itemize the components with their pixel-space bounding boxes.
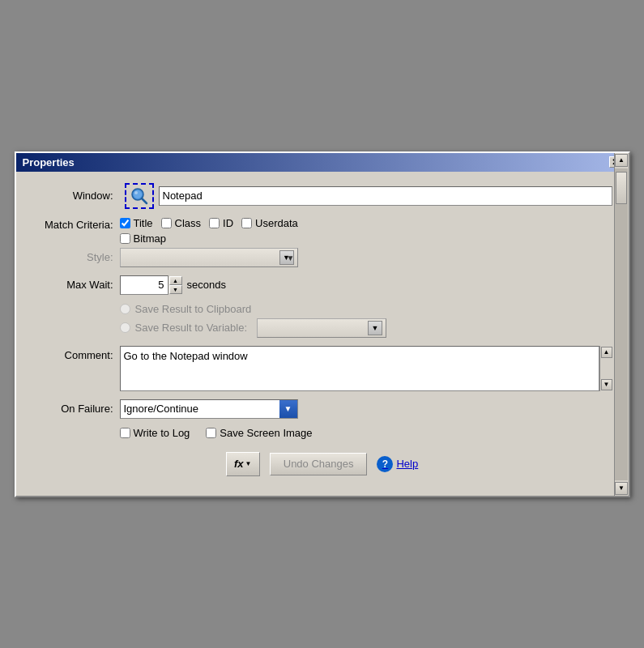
dialog-title: Properties (23, 156, 75, 168)
bitmap-checkbox[interactable] (120, 233, 130, 244)
on-failure-value: Ignore/Continue (121, 401, 279, 416)
max-wait-label: Max Wait: (32, 279, 113, 291)
variable-radio-row: Save Result to Variable: ▼ (120, 318, 612, 338)
match-criteria-row: Match Criteria: Title Class ID (32, 217, 612, 245)
comment-row: Comment: Go to the Notepad window ▲ ▼ (32, 346, 612, 391)
write-log-checkbox[interactable] (120, 428, 130, 438)
checkboxes-row: Write to Log Save Screen Image (32, 427, 612, 439)
clipboard-radio-row: Save Result to Clipboard (120, 303, 612, 315)
criteria-group: Title Class ID Userdata (120, 217, 298, 245)
on-failure-arrow[interactable]: ▼ (279, 400, 297, 418)
help-icon: ? (377, 456, 393, 472)
variable-dropdown-arrow[interactable]: ▼ (368, 321, 382, 335)
on-failure-dropdown[interactable]: Ignore/Continue ▼ (120, 399, 298, 419)
write-log-label: Write to Log (134, 427, 190, 439)
spinner: ▲ ▼ (169, 276, 182, 294)
save-screen-item: Save Screen Image (206, 427, 312, 439)
help-label: Help (396, 458, 418, 470)
window-label: Window: (32, 190, 113, 202)
title-checkbox[interactable] (120, 218, 130, 228)
variable-label: Save Result to Variable: (135, 322, 248, 334)
style-select-wrapper: ▼ (120, 248, 298, 267)
id-checkbox[interactable] (209, 218, 220, 228)
bitmap-checkbox-item: Bitmap (120, 232, 166, 245)
svg-point-1 (134, 190, 142, 198)
fx-dropdown-arrow[interactable]: ▼ (245, 460, 252, 467)
max-wait-input[interactable] (120, 275, 168, 295)
style-dropdown-arrow[interactable]: ▼ (279, 250, 294, 265)
comment-scrollbar: ▲ ▼ (599, 346, 612, 391)
scrollbar-track[interactable] (615, 168, 628, 480)
id-label: ID (223, 217, 233, 229)
save-screen-checkbox[interactable] (206, 428, 216, 438)
seconds-label: seconds (187, 279, 226, 291)
variable-dropdown[interactable]: ▼ (257, 318, 386, 338)
userdata-checkbox-item: Userdata (241, 217, 298, 229)
comment-scroll-up[interactable]: ▲ (601, 347, 612, 358)
max-wait-row: Max Wait: ▲ ▼ seconds (32, 275, 612, 295)
bottom-buttons: fx ▼ Undo Changes ? Help (32, 452, 612, 483)
comment-textarea-wrapper: Go to the Notepad window ▲ ▼ (120, 346, 612, 391)
title-label: Title (134, 217, 153, 229)
on-failure-row: On Failure: Ignore/Continue ▼ (32, 399, 612, 419)
class-checkbox-item: Class (161, 217, 202, 229)
svg-point-3 (134, 191, 138, 194)
dialog-scrollbar: ▲ ▼ (614, 153, 629, 496)
scrollbar-thumb[interactable] (616, 172, 627, 204)
comment-scroll-down[interactable]: ▼ (601, 379, 612, 390)
comment-textarea[interactable]: Go to the Notepad window (120, 346, 599, 391)
comment-label: Comment: (32, 346, 113, 361)
class-label: Class (175, 217, 202, 229)
save-result-section: Save Result to Clipboard Save Result to … (32, 303, 612, 338)
clipboard-radio[interactable] (120, 304, 130, 314)
variable-radio[interactable] (120, 322, 130, 333)
help-link[interactable]: ? Help (377, 456, 418, 472)
window-input[interactable] (159, 186, 612, 206)
criteria-line-2: Bitmap (120, 232, 298, 245)
id-checkbox-item: ID (209, 217, 233, 229)
style-label: Style: (32, 251, 113, 263)
write-log-item: Write to Log (120, 427, 190, 439)
dialog-content: Window: Match Criteria: Title (16, 172, 629, 496)
style-dropdown[interactable]: ▼ (120, 248, 298, 267)
on-failure-label: On Failure: (32, 403, 113, 415)
userdata-checkbox[interactable] (241, 218, 252, 228)
fx-button[interactable]: fx ▼ (226, 452, 260, 476)
window-row: Window: (32, 183, 612, 209)
properties-dialog: Properties ✕ Window: Match Criteria: (15, 151, 630, 497)
criteria-line-1: Title Class ID Userdata (120, 217, 298, 229)
undo-changes-button[interactable]: Undo Changes (270, 453, 368, 475)
title-bar: Properties ✕ (16, 153, 629, 172)
search-icon (130, 186, 149, 206)
scrollbar-up-button[interactable]: ▲ (615, 154, 628, 167)
fx-icon: fx (234, 458, 244, 470)
spin-down-button[interactable]: ▼ (169, 285, 182, 294)
svg-line-2 (142, 198, 147, 203)
scrollbar-down-button[interactable]: ▼ (615, 482, 628, 495)
class-checkbox[interactable] (161, 218, 172, 228)
match-criteria-label: Match Criteria: (32, 217, 113, 231)
save-screen-label: Save Screen Image (220, 427, 312, 439)
style-row: Style: ▼ (32, 248, 612, 267)
window-icon-button[interactable] (125, 183, 154, 209)
clipboard-label: Save Result to Clipboard (135, 303, 252, 315)
spin-up-button[interactable]: ▲ (169, 276, 182, 285)
title-checkbox-item: Title (120, 217, 153, 229)
bitmap-label: Bitmap (134, 232, 166, 245)
userdata-label: Userdata (255, 217, 298, 229)
